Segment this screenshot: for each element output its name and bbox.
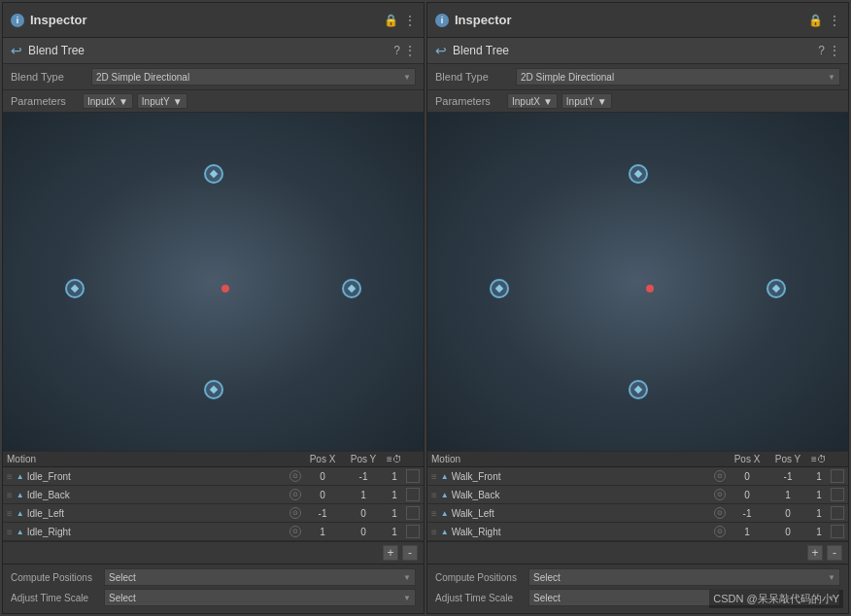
drag-handle-2-left[interactable]: ≡ xyxy=(7,508,13,519)
blend-type-row-right: Blend Type 2D Simple Directional ▼ xyxy=(427,64,848,90)
gear-3-right[interactable]: ⊙ xyxy=(714,526,726,537)
motion-label-0-right: Walk_Front xyxy=(452,471,501,482)
blend-point-right-right[interactable] xyxy=(766,279,786,298)
check-0-left[interactable] xyxy=(406,469,420,483)
check-2-left[interactable] xyxy=(406,506,420,520)
posx-1-right: 0 xyxy=(728,490,766,500)
blend-tree-icons-left: ? ⋮ xyxy=(393,44,416,57)
anim-icon-0-left: ▲ xyxy=(17,472,24,481)
motion-name-3-left: ▲ Idle_Right xyxy=(17,527,288,537)
col-time-header-right: ≡⏱ xyxy=(809,454,829,464)
posy-0-left: -1 xyxy=(344,471,383,482)
adjust-time-dropdown-left[interactable]: Select ▼ xyxy=(104,589,416,606)
check-3-left[interactable] xyxy=(406,525,420,538)
check-1-left[interactable] xyxy=(406,488,420,501)
menu-icon-left[interactable]: ⋮ xyxy=(404,14,416,27)
param2-value-right: InputY xyxy=(566,96,595,107)
drag-handle-3-right[interactable]: ≡ xyxy=(431,527,437,537)
gear-0-left[interactable]: ⊙ xyxy=(289,470,301,482)
posy-0-right: -1 xyxy=(768,471,807,482)
options-icon-left[interactable]: ⋮ xyxy=(404,44,416,57)
drag-handle-3-left[interactable]: ≡ xyxy=(7,527,13,537)
check-0-right[interactable] xyxy=(831,469,844,483)
adjust-time-value-right: Select xyxy=(533,593,561,603)
gear-1-right[interactable]: ⊙ xyxy=(714,489,726,500)
blend-point-inner xyxy=(633,386,641,394)
compute-positions-arrow-left: ▼ xyxy=(403,573,411,582)
posx-2-left: -1 xyxy=(303,508,342,519)
motion-name-0-left: ▲ Idle_Front xyxy=(17,471,288,482)
gear-2-left[interactable]: ⊙ xyxy=(289,507,301,519)
gear-2-right[interactable]: ⊙ xyxy=(714,507,726,519)
adjust-time-value-left: Select xyxy=(109,593,136,603)
back-arrow-left[interactable]: ↩ xyxy=(11,43,22,58)
blend-point-left-right[interactable] xyxy=(490,279,509,298)
drag-handle-0-left[interactable]: ≡ xyxy=(7,471,13,482)
remove-button-left[interactable]: - xyxy=(402,545,418,561)
blend-type-dropdown-right[interactable]: 2D Simple Directional ▼ xyxy=(516,68,840,86)
posy-2-right: 0 xyxy=(768,508,807,519)
blend-point-bottom-left[interactable] xyxy=(204,380,223,399)
inspector-header-right: i Inspector 🔒 ⋮ xyxy=(427,3,848,38)
param2-dropdown-right[interactable]: InputY ▼ xyxy=(562,93,612,109)
motion-row-3-left: ≡ ▲ Idle_Right ⊙ 1 0 1 xyxy=(3,523,424,541)
blend-point-top-right[interactable] xyxy=(629,164,648,184)
blend-point-inner xyxy=(633,169,641,177)
back-arrow-right[interactable]: ↩ xyxy=(435,43,447,58)
blend-center-left[interactable] xyxy=(221,285,229,292)
posx-1-left: 0 xyxy=(303,490,342,500)
blend-point-inner xyxy=(209,169,217,177)
drag-handle-0-right[interactable]: ≡ xyxy=(431,471,437,482)
add-button-right[interactable]: + xyxy=(807,545,823,561)
help-icon-right[interactable]: ? xyxy=(818,44,825,57)
compute-positions-dropdown-right[interactable]: Select ▼ xyxy=(528,568,840,586)
gear-3-left[interactable]: ⊙ xyxy=(289,526,301,537)
blend-point-top-left[interactable] xyxy=(204,164,223,184)
motion-row-1-right: ≡ ▲ Walk_Back ⊙ 0 1 1 xyxy=(427,486,848,504)
blend-point-bottom-right[interactable] xyxy=(629,380,648,399)
check-1-right[interactable] xyxy=(831,488,844,501)
params-label-left: Parameters xyxy=(11,95,79,107)
posy-2-left: 0 xyxy=(344,508,383,519)
blend-type-label-left: Blend Type xyxy=(11,71,84,83)
blend-type-dropdown-left[interactable]: 2D Simple Directional ▼ xyxy=(91,68,416,86)
param1-dropdown-right[interactable]: InputX ▼ xyxy=(507,93,558,109)
blend-tree-left: ↩ Blend Tree xyxy=(11,43,85,58)
compute-positions-value-left: Select xyxy=(109,572,136,583)
blend-point-inner xyxy=(772,285,780,292)
options-icon-right[interactable]: ⋮ xyxy=(829,44,840,57)
blend-point-left-left[interactable] xyxy=(65,279,85,298)
blend-point-right-left[interactable] xyxy=(342,279,361,298)
check-3-right[interactable] xyxy=(831,525,844,538)
drag-handle-1-right[interactable]: ≡ xyxy=(431,490,437,500)
motion-row-2-left: ≡ ▲ Idle_Left ⊙ -1 0 1 xyxy=(3,504,424,523)
time-0-right: 1 xyxy=(809,471,829,482)
drag-handle-1-left[interactable]: ≡ xyxy=(7,490,13,500)
gear-1-left[interactable]: ⊙ xyxy=(289,489,301,500)
add-button-left[interactable]: + xyxy=(383,545,398,561)
param1-arrow-right: ▼ xyxy=(543,96,553,107)
blend-type-value-left: 2D Simple Directional xyxy=(96,72,189,83)
blend-type-arrow-left: ▼ xyxy=(403,73,411,82)
time-2-left: 1 xyxy=(385,508,404,519)
param1-value-left: InputX xyxy=(87,96,116,107)
lock-icon-right[interactable]: 🔒 xyxy=(808,14,823,27)
check-2-right[interactable] xyxy=(831,506,844,520)
param1-dropdown-left[interactable]: InputX ▼ xyxy=(83,93,133,109)
compute-positions-dropdown-left[interactable]: Select ▼ xyxy=(104,568,416,586)
help-icon-left[interactable]: ? xyxy=(393,44,400,57)
motion-table-left: Motion Pos X Pos Y ≡⏱ ≡ ▲ Idle_Front ⊙ 0… xyxy=(3,451,424,564)
remove-button-right[interactable]: - xyxy=(827,545,842,561)
blend-center-right[interactable] xyxy=(646,285,654,292)
blend-type-value-right: 2D Simple Directional xyxy=(521,72,614,83)
anim-icon-1-left: ▲ xyxy=(17,491,24,499)
drag-handle-2-right[interactable]: ≡ xyxy=(431,508,437,519)
blend-tree-label-right: Blend Tree xyxy=(453,44,509,57)
adjust-time-label-right: Adjust Time Scale xyxy=(435,593,523,603)
gear-0-right[interactable]: ⊙ xyxy=(714,470,726,482)
lock-icon-left[interactable]: 🔒 xyxy=(384,14,398,27)
param2-dropdown-left[interactable]: InputY ▼ xyxy=(137,93,187,109)
menu-icon-right[interactable]: ⋮ xyxy=(829,14,840,27)
blend-tree-label-left: Blend Tree xyxy=(28,44,85,57)
motion-label-3-right: Walk_Right xyxy=(452,527,501,537)
